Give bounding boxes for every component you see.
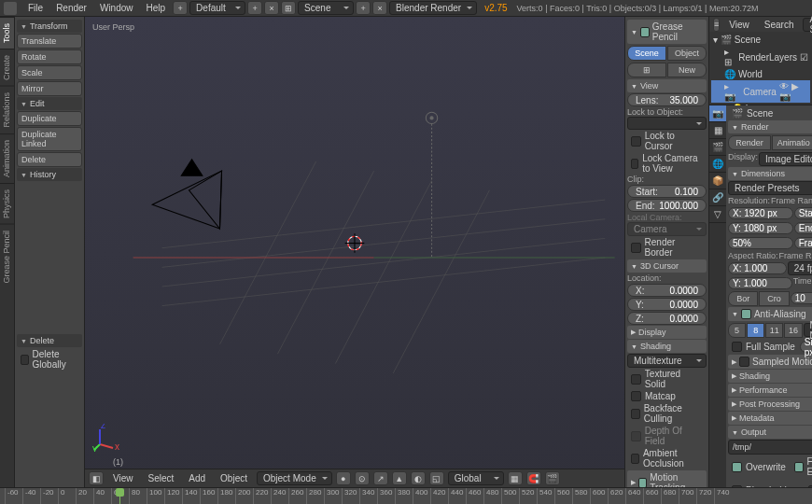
matcap-chk[interactable] <box>631 391 641 401</box>
fps-dd[interactable]: 24 fps <box>788 261 812 275</box>
aa-filter[interactable]: Mitchell-Netr... <box>804 323 812 337</box>
output-panel[interactable]: Output <box>728 426 812 439</box>
render-border-chk[interactable] <box>631 243 641 253</box>
render-presets[interactable]: Render Presets <box>728 181 812 195</box>
start-frame[interactable]: Start Fra: 1 <box>794 207 812 219</box>
ao-chk[interactable] <box>631 454 639 464</box>
multitex-dd[interactable]: Multitexture <box>627 354 707 368</box>
gp-new[interactable]: New <box>667 63 707 77</box>
mirror-btn[interactable]: Mirror <box>17 81 82 96</box>
grease-pencil-header[interactable]: Grease Pencil <box>627 20 707 44</box>
gp-check[interactable] <box>640 27 650 37</box>
lock-cursor-chk[interactable] <box>631 136 641 147</box>
tab-grease-pencil[interactable]: Grease Pencil <box>0 224 14 289</box>
res-y[interactable]: Y: 1080 px <box>728 222 793 234</box>
frame-step[interactable]: Frame Ste: 1 <box>794 237 812 249</box>
gp-browse[interactable]: ⊞ <box>627 63 666 77</box>
aa-panel[interactable]: Anti-Aliasing <box>728 307 812 321</box>
motion-chk[interactable] <box>638 478 647 488</box>
cursor-z[interactable]: Z:0.0000 <box>627 312 707 325</box>
layout-dropdown[interactable]: Default <box>189 1 245 15</box>
translate-btn[interactable]: Translate <box>17 34 82 49</box>
vp-view-menu[interactable]: View <box>107 471 139 485</box>
perf-panel[interactable]: Performance <box>728 384 812 397</box>
layers-btn[interactable]: ▦ <box>508 471 523 485</box>
scene-crumb[interactable]: Scene <box>747 108 773 119</box>
render-preview-icon[interactable]: 🎬 <box>545 471 560 485</box>
overwrite-chk[interactable] <box>732 462 742 472</box>
ptab-render[interactable]: 📷 <box>709 105 726 122</box>
post-panel[interactable]: Post Processing <box>728 398 812 411</box>
ptab-object[interactable]: 📦 <box>709 173 726 189</box>
aa-16[interactable]: 16 <box>784 323 802 338</box>
smb-chk[interactable] <box>739 357 749 367</box>
backface-chk[interactable] <box>631 409 640 419</box>
aa-size[interactable]: Siz: 1.000 px <box>800 341 812 353</box>
menu-window[interactable]: Window <box>94 1 139 15</box>
mode-dropdown[interactable]: Object Mode <box>257 471 332 485</box>
gp-scene-btn[interactable]: Scene <box>627 46 666 61</box>
ptab-scene[interactable]: 🎬 <box>709 139 726 156</box>
shading-solid-icon[interactable]: ● <box>336 471 351 485</box>
lock-object-dd[interactable] <box>627 117 707 130</box>
tree-world[interactable]: 🌐World <box>711 68 810 80</box>
menu-help[interactable]: Help <box>141 1 172 15</box>
aspect-y[interactable]: Y: 1.000 <box>728 277 792 289</box>
aa-chk[interactable] <box>741 309 751 319</box>
view-header[interactable]: View <box>627 79 707 92</box>
vp-select-menu[interactable]: Select <box>143 471 180 485</box>
aa-5[interactable]: 5 <box>728 323 746 338</box>
snap-icon[interactable]: 🧲 <box>526 471 541 485</box>
clip-start[interactable]: Start:0.100 <box>627 185 707 198</box>
blender-icon[interactable] <box>4 2 17 15</box>
lock-cam-chk[interactable] <box>631 159 638 169</box>
vp-object-menu[interactable]: Object <box>215 471 253 485</box>
res-x[interactable]: X: 1920 px <box>728 207 793 219</box>
lens-field[interactable]: Lens:35.000 <box>627 93 707 106</box>
tree-camera[interactable]: ▸ 📷Camera👁 ▶ 📷 <box>711 80 810 103</box>
scene-dropdown[interactable]: Scene <box>298 1 354 15</box>
shading-panel[interactable]: Shading <box>728 370 812 383</box>
smb-panel[interactable]: Sampled Motion Blur <box>728 355 812 369</box>
tab-relations[interactable]: Relations <box>0 86 14 133</box>
manip-translate-icon[interactable]: ▲ <box>392 471 407 485</box>
delete-btn[interactable]: Delete <box>17 152 82 167</box>
scene-del[interactable]: × <box>372 1 387 15</box>
timeline-ruler[interactable]: -60-40-200204060801001201401601802002202… <box>0 488 812 504</box>
outliner-view[interactable]: View <box>723 18 755 32</box>
tree-scene[interactable]: ▾ 🎬Scene <box>711 34 810 46</box>
orientation-dropdown[interactable]: Global <box>448 471 504 485</box>
vp-add-menu[interactable]: Add <box>183 471 211 485</box>
scale-btn[interactable]: Scale <box>17 65 82 80</box>
gp-object-btn[interactable]: Object <box>667 46 707 61</box>
border-chk[interactable]: Bor <box>728 291 758 306</box>
textured-solid-chk[interactable] <box>631 374 641 385</box>
manip-rotate-icon[interactable]: ◐ <box>411 471 426 485</box>
tab-physics[interactable]: Physics <box>0 183 14 224</box>
menu-render[interactable]: Render <box>50 1 92 15</box>
tree-renderlayers[interactable]: ▸ ⊞RenderLayers☑ <box>711 46 810 68</box>
manip-scale-icon[interactable]: ◱ <box>429 471 444 485</box>
transform-header[interactable]: Transform <box>17 20 82 33</box>
display-dd[interactable]: Image Editor <box>759 152 812 166</box>
dup-linked-btn[interactable]: Duplicate Linked <box>17 127 82 151</box>
remap-old[interactable]: 10 <box>791 292 812 304</box>
edit-header[interactable]: Edit <box>17 97 82 110</box>
scene-browse[interactable]: ⊞ <box>281 1 296 15</box>
aspect-x[interactable]: X: 1.000 <box>728 262 787 274</box>
tab-tools[interactable]: Tools <box>0 17 14 49</box>
timeline-cursor[interactable] <box>119 488 120 504</box>
ptab-data[interactable]: ▽ <box>709 206 726 223</box>
engine-dropdown[interactable]: Blender Render <box>389 1 477 15</box>
full-sample-chk[interactable] <box>732 342 742 352</box>
shading-header[interactable]: Shading <box>627 340 707 353</box>
ptab-constraints[interactable]: 🔗 <box>709 189 726 206</box>
menu-file[interactable]: File <box>22 1 49 15</box>
aa-8[interactable]: 8 <box>747 323 764 338</box>
editor-type-icon[interactable]: ◧ <box>89 471 104 485</box>
layout-del[interactable]: × <box>264 1 279 15</box>
pivot-icon[interactable]: ⊙ <box>355 471 370 485</box>
duplicate-btn[interactable]: Duplicate <box>17 111 82 126</box>
clip-end[interactable]: End:1000.000 <box>627 199 707 212</box>
anim-btn[interactable]: Animatio <box>772 135 812 150</box>
